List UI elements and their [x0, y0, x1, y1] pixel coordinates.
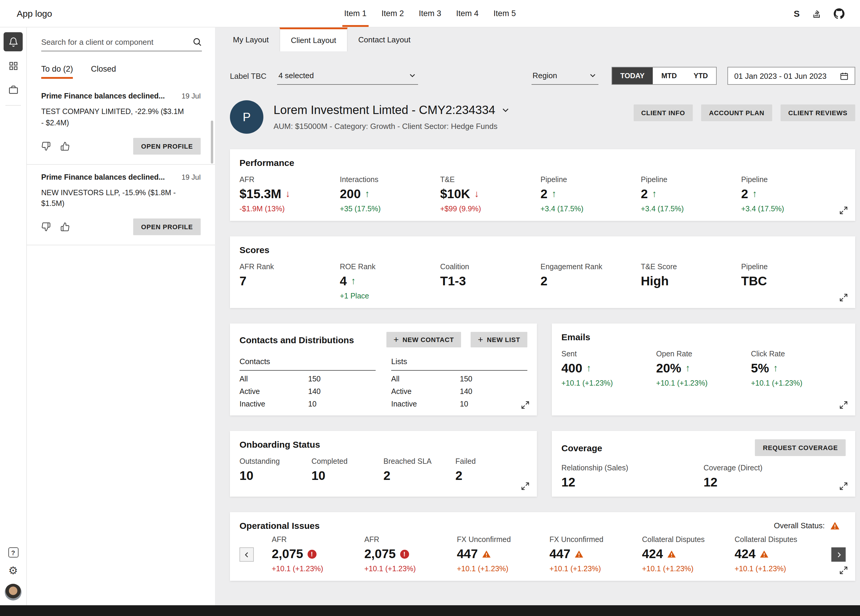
github-icon[interactable] — [834, 8, 844, 19]
open-profile-button[interactable]: OPEN PROFILE — [133, 218, 201, 235]
error-icon — [307, 549, 316, 558]
expand-icon[interactable] — [521, 482, 530, 491]
expand-icon[interactable] — [839, 482, 848, 491]
date-range-picker[interactable]: 01 Jan 2023 - 01 Jun 2023 — [728, 67, 855, 85]
client-name: Lorem Investment Limted - CMY2:234334 — [273, 103, 495, 117]
client-name-dropdown[interactable]: Lorem Investment Limted - CMY2:234334 — [273, 103, 511, 117]
metric-collateral-disputes: Collateral Disputes 424 +10.1 (+1.23%) — [642, 535, 734, 574]
s-icon[interactable]: S — [794, 8, 800, 19]
arrow-up-icon: ↑ — [351, 276, 356, 287]
app-logo[interactable]: App logo — [0, 8, 52, 19]
tab-closed[interactable]: Closed — [91, 64, 116, 79]
arrow-up-icon: ↑ — [685, 363, 690, 374]
arrow-up-icon: ↑ — [752, 189, 757, 199]
scores-card: Scores AFR Rank 7 ROE Rank 4↑ +1 Place — [230, 237, 855, 308]
region-select[interactable]: Region — [531, 67, 598, 85]
search-field — [41, 37, 202, 51]
metric-fx-unconfirmed: FX Unconfirmed 447 +10.1 (+1.23%) — [549, 535, 642, 574]
search-icon[interactable] — [192, 37, 202, 47]
metric-pipeline: Pipeline 2↑ +3.4 (17.5%) — [741, 176, 841, 214]
nav-item-4[interactable]: Item 4 — [455, 0, 480, 27]
nav-item-5[interactable]: Item 5 — [492, 0, 518, 27]
table-row: Active140 — [240, 387, 376, 396]
toggle-today[interactable]: TODAY — [612, 67, 653, 84]
bottom-bar — [0, 605, 860, 616]
expand-icon[interactable] — [839, 401, 848, 409]
performance-card: Performance AFR $15.3M↓ -$1.9M (13%) Int… — [230, 149, 855, 221]
notifications-bell-button[interactable] — [3, 32, 23, 51]
sidebar-scrollbar[interactable] — [211, 121, 213, 163]
dashboard-content: Label TBC 4 selected Region TODAY MTD YT… — [215, 51, 860, 605]
coverage-card: Coverage REQUEST COVERAGE Relationship (… — [552, 431, 855, 497]
card-title: Operational Issues — [240, 520, 320, 531]
chevron-down-icon — [408, 71, 417, 80]
account-plan-button[interactable]: ACCOUNT PLAN — [701, 105, 772, 121]
expand-icon[interactable] — [839, 566, 848, 575]
client-info-button[interactable]: CLIENT INFO — [633, 105, 693, 121]
new-list-button[interactable]: NEW LIST — [471, 332, 527, 347]
table-row: All150 — [391, 375, 527, 383]
settings-gear-icon[interactable]: ⚙ — [8, 565, 18, 576]
metric-pipeline: Pipeline 2↑ +3.4 (17.5%) — [540, 176, 641, 214]
contacts-card: Contacts and Distributions NEW CONTACT N… — [230, 323, 537, 415]
search-input[interactable] — [41, 37, 192, 46]
layout-tabs: My Layout Client Layout Contact Layout — [215, 27, 860, 51]
chevron-down-icon — [588, 71, 597, 80]
carousel-prev-button[interactable] — [240, 547, 254, 562]
metric-relationship-sales: Relationship (Sales) 12 — [561, 464, 703, 489]
thumbs-up-icon[interactable] — [60, 141, 70, 151]
open-profile-button[interactable]: OPEN PROFILE — [133, 138, 201, 154]
thumbs-down-icon[interactable] — [41, 222, 51, 232]
nav-item-3[interactable]: Item 3 — [417, 0, 443, 27]
arrow-up-icon: ↑ — [587, 363, 591, 374]
new-contact-button[interactable]: NEW CONTACT — [386, 332, 461, 347]
tab-todo[interactable]: To do (2) — [41, 64, 73, 79]
client-avatar: P — [230, 100, 264, 134]
expand-icon[interactable] — [839, 206, 848, 215]
app-root: App logo Item 1 Item 2 Item 3 Item 4 Ite… — [0, 0, 860, 616]
metric-completed: Completed 10 — [311, 457, 383, 483]
todo-body: TEST COMPANY LIMITED, -22.9% ($3.1M - $2… — [41, 106, 201, 129]
arrow-down-icon: ↓ — [286, 189, 290, 199]
tab-my-layout[interactable]: My Layout — [222, 27, 279, 51]
thumbs-down-icon[interactable] — [41, 141, 51, 151]
label-tbc: Label TBC — [230, 71, 266, 80]
thumbs-up-icon[interactable] — [60, 222, 70, 232]
carousel-next-button[interactable] — [831, 547, 846, 562]
card-title: Performance — [240, 158, 846, 168]
tab-contact-layout[interactable]: Contact Layout — [348, 27, 421, 51]
todo-list: Prime Finance balances declined... 19 Ju… — [27, 83, 215, 245]
briefcase-icon — [8, 85, 18, 95]
emails-card: Emails Sent 400↑ +10.1 (+1.23%) Open Rat… — [552, 323, 855, 415]
metric-interactions: Interactions 200↑ +35 (17.5%) — [340, 176, 440, 214]
client-reviews-button[interactable]: CLIENT REVIEWS — [781, 105, 855, 121]
request-coverage-button[interactable]: REQUEST COVERAGE — [755, 439, 846, 456]
warning-icon — [667, 549, 676, 558]
help-icon[interactable]: ? — [8, 547, 18, 558]
main-nav: Item 1 Item 2 Item 3 Item 4 Item 5 — [342, 0, 518, 27]
bell-icon — [8, 37, 18, 47]
metric-te: T&E $10K↓ +$99 (9.9%) — [440, 176, 540, 214]
toggle-ytd[interactable]: YTD — [685, 67, 716, 84]
user-avatar[interactable] — [5, 584, 22, 600]
metric-afr-issues: AFR 2,075 +10.1 (+1.23%) — [272, 535, 364, 574]
todo-body: NEW INVESTORS LLP, -15.9% ($1.8M - $1.5M… — [41, 187, 201, 210]
rail-bottom: ? ⚙ — [5, 547, 22, 600]
portfolio-button[interactable] — [3, 80, 23, 99]
toggle-mtd[interactable]: MTD — [653, 67, 685, 84]
sidebar: To do (2) Closed Prime Finance balances … — [27, 27, 215, 605]
stackoverflow-icon[interactable] — [811, 8, 822, 19]
filter-row: Label TBC 4 selected Region TODAY MTD YT… — [230, 67, 855, 85]
lists-column: Lists All150 Active140 Inactive10 — [391, 357, 527, 408]
nav-item-2[interactable]: Item 2 — [380, 0, 405, 27]
label-tbc-select[interactable]: 4 selected — [277, 67, 418, 85]
tab-client-layout[interactable]: Client Layout — [279, 27, 348, 51]
nav-item-1[interactable]: Item 1 — [342, 0, 368, 27]
expand-icon[interactable] — [839, 293, 848, 302]
table-row: Inactive10 — [240, 400, 376, 408]
card-title: Contacts and Distributions — [240, 335, 377, 345]
apps-grid-button[interactable] — [3, 56, 23, 75]
arrow-up-icon: ↑ — [365, 189, 370, 199]
plus-icon — [478, 336, 483, 343]
expand-icon[interactable] — [521, 401, 530, 409]
